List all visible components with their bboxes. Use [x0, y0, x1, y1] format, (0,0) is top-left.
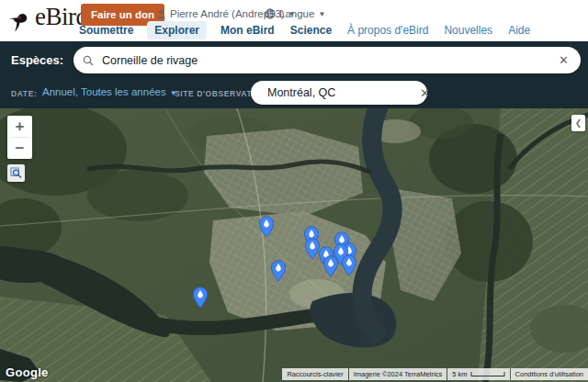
species-search-input[interactable] — [100, 53, 556, 68]
sighting-pin[interactable] — [193, 286, 209, 309]
nav-explorer[interactable]: Explorer — [147, 21, 207, 39]
terms-of-use-link[interactable]: Conditions d'utilisation — [511, 368, 588, 380]
person-icon — [156, 9, 166, 19]
site-search-input[interactable] — [266, 85, 417, 100]
sighting-pin[interactable] — [259, 216, 275, 238]
ebird-explore-page: eBird Faire un don Pierre André (Andrep5… — [0, 0, 588, 382]
main-nav: Soumettre Explorer Mon eBird Science À p… — [79, 24, 530, 37]
keyboard-shortcuts-link[interactable]: Raccourcis-clavier — [282, 368, 347, 380]
sighting-pin[interactable] — [342, 254, 357, 276]
map-scale: 5 km — [447, 368, 509, 380]
nav-aide[interactable]: Aide — [508, 24, 530, 37]
scale-label: 5 km — [452, 370, 467, 378]
google-logo[interactable]: Google — [6, 365, 49, 379]
collapse-panel-button[interactable]: ❮ — [571, 115, 585, 131]
sighting-pin[interactable] — [271, 260, 287, 282]
language-label: Langue — [279, 8, 314, 19]
scale-bar-icon — [470, 371, 505, 377]
species-search-box: ✕ — [74, 47, 581, 73]
zoom-to-region-button[interactable] — [7, 164, 25, 182]
hummingbird-logo-icon — [7, 7, 31, 35]
map-magnifier-icon — [10, 167, 22, 179]
zoom-in-button[interactable]: + — [7, 116, 32, 137]
zoom-out-button[interactable]: − — [7, 138, 32, 159]
date-label: DATE: — [11, 89, 37, 98]
site-header: eBird Faire un don Pierre André (Andrep5… — [0, 0, 588, 41]
clear-site-icon[interactable]: ✕ — [417, 87, 433, 99]
nav-nouvelles[interactable]: Nouvelles — [444, 24, 492, 37]
search-icon — [83, 55, 94, 66]
nav-a-propos[interactable]: À propos d'eBird — [347, 24, 428, 37]
map-attribution: Raccourcis-clavier Imagerie ©2024 TerraM… — [282, 368, 588, 380]
globe-icon — [265, 8, 276, 19]
nav-science[interactable]: Science — [290, 24, 332, 37]
date-filter-dropdown[interactable]: Annuel, Toutes les années▼ — [42, 86, 177, 97]
satellite-terrain — [0, 108, 588, 382]
species-filter-bar: Espèces: ✕ — [0, 41, 588, 79]
nav-soumettre[interactable]: Soumettre — [79, 24, 133, 37]
clear-species-icon[interactable]: ✕ — [556, 54, 571, 66]
date-site-filter-bar: DATE: Annuel, Toutes les années▼ SITE D'… — [0, 79, 588, 108]
chevron-down-icon: ▼ — [318, 10, 325, 18]
imagery-credit: Imagerie ©2024 TerraMetrics — [349, 368, 447, 380]
species-label: Espèces: — [11, 53, 63, 67]
map-zoom-control: + − — [7, 116, 32, 159]
nav-mon-ebird[interactable]: Mon eBird — [220, 24, 275, 37]
sighting-pin[interactable] — [323, 255, 339, 277]
site-search-box: ✕ — [251, 81, 427, 105]
language-menu[interactable]: Langue ▼ — [265, 8, 325, 19]
satellite-map[interactable]: + − ❮ Google Raccourcis-clavier Imagerie… — [0, 108, 588, 382]
